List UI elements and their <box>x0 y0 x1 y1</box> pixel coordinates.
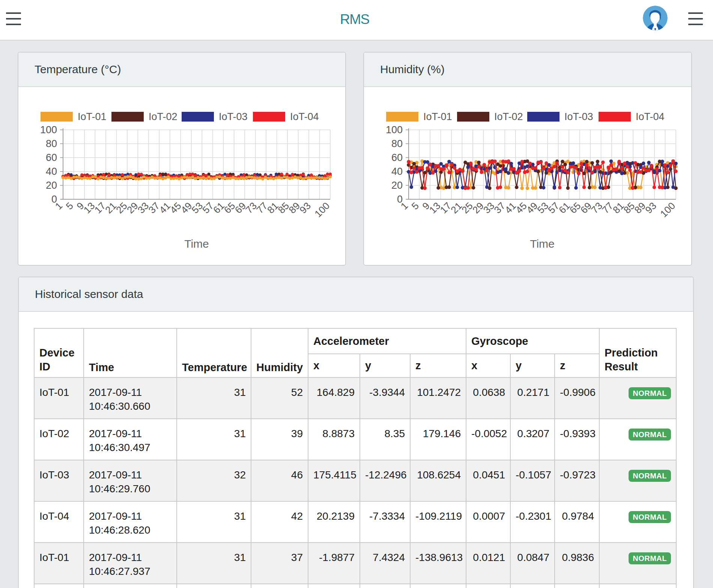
svg-text:IoT-04: IoT-04 <box>636 111 665 122</box>
svg-text:5: 5 <box>64 200 75 212</box>
svg-text:93: 93 <box>297 200 313 216</box>
svg-text:IoT-03: IoT-03 <box>564 111 593 122</box>
svg-text:IoT-04: IoT-04 <box>290 111 319 122</box>
svg-text:IoT-02: IoT-02 <box>149 111 177 122</box>
svg-text:93: 93 <box>643 200 659 216</box>
svg-text:IoT-02: IoT-02 <box>494 111 523 122</box>
svg-text:100: 100 <box>386 124 403 135</box>
svg-text:IoT-01: IoT-01 <box>423 111 452 122</box>
svg-text:40: 40 <box>391 166 403 177</box>
svg-text:IoT-01: IoT-01 <box>78 111 107 122</box>
svg-text:Time: Time <box>184 238 209 250</box>
svg-text:80: 80 <box>391 138 403 149</box>
svg-text:IoT-03: IoT-03 <box>219 111 248 122</box>
svg-text:1: 1 <box>399 200 410 212</box>
svg-text:20: 20 <box>391 180 403 191</box>
svg-text:40: 40 <box>46 166 57 177</box>
svg-text:80: 80 <box>46 138 57 149</box>
svg-text:60: 60 <box>391 152 403 163</box>
svg-text:100: 100 <box>312 200 332 220</box>
svg-text:20: 20 <box>46 180 57 191</box>
svg-text:1: 1 <box>53 200 65 212</box>
svg-text:100: 100 <box>658 200 677 220</box>
svg-text:60: 60 <box>46 152 57 163</box>
svg-text:5: 5 <box>409 200 421 212</box>
svg-text:Time: Time <box>530 238 555 250</box>
svg-text:100: 100 <box>40 124 57 135</box>
